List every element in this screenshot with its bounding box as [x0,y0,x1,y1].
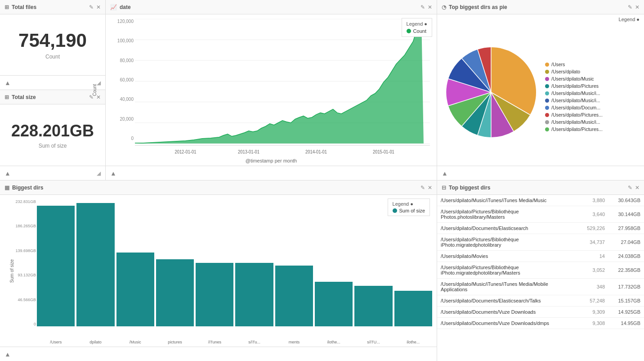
date-collapse[interactable]: ▲ [110,170,116,177]
dir-path: /Users/dpilato/Documents/Elasticsearch/T… [437,295,579,307]
pie-legend-item-7: /Users/dpilato/Pictures... [545,112,603,117]
top-dirs-panel: ⊟ Top biggest dirs ✎ ✕ /Users/dpilato/Mu… [437,180,644,361]
svg-text:2014-01-01: 2014-01-01 [305,149,327,154]
dir-path: /Users/dpilato/Documents/Vuze Downloads/… [437,318,579,329]
legend-title: Legend ● [407,21,427,27]
dir-size: 15.157GB [610,295,644,307]
pie-panel: ◔ Top biggest dirs as pie ✎ ✕ Legend ● [437,0,644,180]
total-size-panel: ⊞ Total size ✎ ✕ 228.201GB Sum of size ▲… [0,90,105,180]
total-files-resize[interactable]: ◢ [97,80,101,86]
dir-count: 3,880 [579,195,610,206]
bar-legend-label: Sum of size [399,208,425,213]
pie-close[interactable]: ✕ [635,4,640,10]
total-size-value: 228.201GB [11,122,94,140]
date-edit[interactable]: ✎ [420,4,425,10]
table-row: /Users/dpilato/Pictures/Bibliothèque Pho… [437,206,644,223]
dir-path: /Users/dpilato/Documents/Elasticsearch [437,223,579,234]
bar-dpilato [76,203,114,326]
dir-count: 14 [579,251,610,262]
total-files-content: 754,190 Count [0,14,105,75]
total-size-resize[interactable]: ◢ [97,170,101,176]
y-label-0: 0 [131,136,134,141]
table-row: /Users/dpilato/Pictures/Bibliothèque iPh… [437,234,644,251]
dir-path: /Users/dpilato/Music/iTunes/iTunes Media… [437,195,579,206]
top-dirs-header: ⊟ Top biggest dirs ✎ ✕ [437,180,644,195]
bar-users [37,206,75,326]
pie-legend-list: /Users /Users/dpilato /Users/dpilato/Mus… [545,62,603,132]
bar-ilothe [315,282,353,326]
dir-path: /Users/dpilato/Pictures/Bibliothèque iPh… [437,234,579,251]
dir-size: 22.358GB [610,262,644,279]
date-close[interactable]: ✕ [428,4,432,10]
total-files-header: ⊞ Total files ✎ ✕ [0,0,105,14]
pie-legend-label: Legend ● [619,17,640,22]
date-panel: 📈 date ✎ ✕ 120,000 100,000 80,000 60,000… [106,0,437,180]
svg-text:2015-01-01: 2015-01-01 [373,149,394,154]
top-dirs-edit[interactable]: ✎ [628,185,632,191]
total-size-label: Sum of size [39,143,67,149]
bar-chart-panel: ▦ Biggest dirs ✎ ✕ Legend ● Sum of size … [0,180,437,361]
line-chart-svg: 2012-01-01 2013-01-01 2014-01-01 2015-01… [135,19,430,163]
dir-count: 348 [579,279,610,295]
total-files-label: Count [45,54,60,60]
dir-count: 3,052 [579,262,610,279]
dir-path: /Users/dpilato/Music/iTunes/iTunes Media… [437,279,579,295]
total-files-title: Total files [12,4,36,10]
top-dirs-title: Top biggest dirs [449,185,490,191]
pie-legend-item-4: /Users/dpilato/Music/i... [545,90,603,96]
y-label-40000: 40,000 [120,97,134,102]
dir-size: 30.643GB [610,195,644,206]
total-files-collapse[interactable]: ▲ [4,79,11,86]
bar-situ [235,263,273,326]
pie-collapse[interactable]: ▲ [442,170,448,177]
total-files-edit[interactable]: ✎ [89,4,94,10]
bar-x-labels: /Users dpilato /Music pictures /iTunes s… [37,340,432,344]
bar-ilothe2 [394,291,432,326]
total-size-collapse[interactable]: ▲ [4,170,11,177]
dir-size: 14.95GB [610,318,644,329]
date-legend: Legend ● Count [402,18,432,37]
top-dirs-close[interactable]: ✕ [635,185,640,191]
table-row: /Users/dpilato/Documents/Vuze Downloads/… [437,318,644,329]
y-axis-label: Count [92,84,97,96]
dir-count: 529,226 [579,223,610,234]
x-axis-label: @timestamp per month [106,158,437,163]
bar-pictures [156,259,194,326]
bar-close[interactable]: ✕ [428,185,432,191]
y-label-20000: 20,000 [120,117,134,122]
dir-path: /Users/dpilato/Pictures/Bibliothèque Pho… [437,206,579,223]
dir-count: 3,640 [579,206,610,223]
pie-edit[interactable]: ✎ [628,4,632,10]
pie-header: ◔ Top biggest dirs as pie ✎ ✕ [437,0,644,14]
dir-size: 27.958GB [610,223,644,234]
top-dirs-table: /Users/dpilato/Music/iTunes/iTunes Media… [437,195,644,329]
bar-title: Biggest dirs [12,185,43,191]
pie-legend-item-0: /Users [545,62,603,67]
total-files-close[interactable]: ✕ [96,4,101,10]
table-row: /Users/dpilato/Music/iTunes/iTunes Media… [437,279,644,295]
total-files-panel: ⊞ Total files ✎ ✕ 754,190 Count ▲ ◢ [0,0,105,90]
table-row: /Users/dpilato/Movies 14 24.038GB [437,251,644,262]
total-size-title: Total size [12,94,36,100]
table-row: /Users/dpilato/Documents/Elasticsearch 5… [437,223,644,234]
date-title: date [120,4,131,10]
bar-y-axis-label: Sum of size [9,259,14,282]
y-label-100000: 100,000 [117,38,134,43]
bar-edit[interactable]: ✎ [420,185,425,191]
grid-icon-2: ⊞ [4,94,9,100]
y-label-60000: 60,000 [120,77,134,82]
total-files-value: 754,190 [18,30,87,51]
pie-legend-item-2: /Users/dpilato/Music [545,76,603,81]
table-row: /Users/dpilato/Music/iTunes/iTunes Media… [437,195,644,206]
dir-size: 17.732GB [610,279,644,295]
dir-size: 14.925GB [610,307,644,318]
pie-legend-item-8: /Users/dpilato/Music/i... [545,119,603,125]
bar-chart-icon: ▦ [4,185,9,191]
pie-legend-item-5: /Users/dpilato/Music/i... [545,98,603,103]
grid-icon: ⊞ [4,4,9,10]
bar-collapse[interactable]: ▲ [4,351,11,358]
dir-path: /Users/dpilato/Pictures/Bibliothèque iPh… [437,262,579,279]
y-label-120000: 120,000 [117,19,134,24]
pie-title: Top biggest dirs as pie [449,4,507,10]
table-row: /Users/dpilato/Documents/Vuze Downloads … [437,307,644,318]
